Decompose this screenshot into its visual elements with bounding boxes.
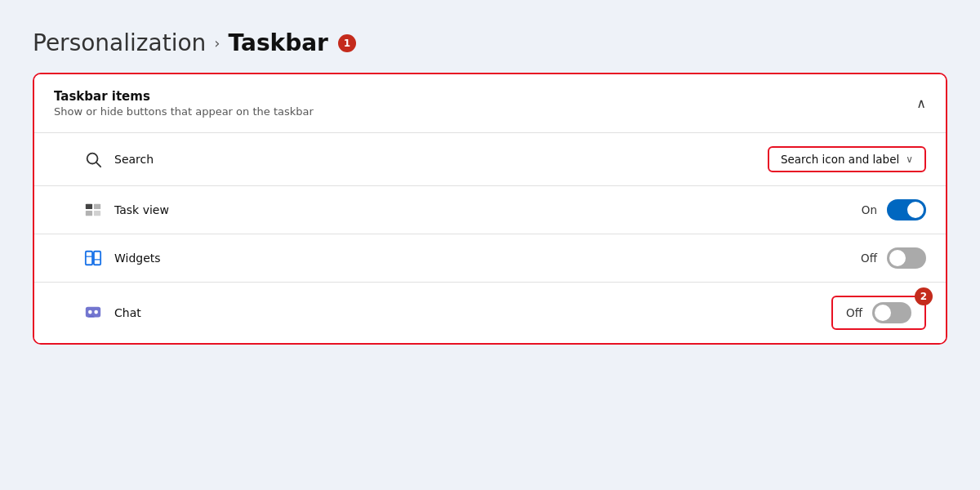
chat-icon <box>83 303 103 323</box>
taskbar-items-header[interactable]: Taskbar items Show or hide buttons that … <box>34 74 946 132</box>
taskbar-items-subtitle: Show or hide buttons that appear on the … <box>54 105 314 118</box>
search-dropdown-value: Search icon and label <box>781 153 899 166</box>
svg-line-1 <box>96 163 100 167</box>
chat-toggle[interactable] <box>872 302 911 323</box>
svg-rect-2 <box>86 204 92 209</box>
chat-label: Chat <box>114 306 141 319</box>
task-view-item-left: Task view <box>83 200 169 220</box>
widgets-icon <box>83 248 103 268</box>
task-view-toggle-label: On <box>862 203 877 216</box>
chat-control-group: 2 Off <box>831 296 926 330</box>
chat-toggle-thumb <box>875 305 891 321</box>
breadcrumb: Personalization › Taskbar 1 <box>33 29 947 56</box>
svg-rect-10 <box>86 307 100 318</box>
chat-toggle-label: Off <box>846 306 862 319</box>
svg-rect-5 <box>94 211 100 216</box>
svg-rect-4 <box>86 211 92 216</box>
task-view-toggle-thumb <box>907 202 924 218</box>
chat-row: Chat 2 Off <box>34 282 946 343</box>
svg-rect-6 <box>86 252 92 265</box>
svg-rect-7 <box>94 252 100 265</box>
search-row: Search Search icon and label ∨ <box>34 132 946 185</box>
chat-item-left: Chat <box>83 303 141 323</box>
breadcrumb-parent[interactable]: Personalization <box>33 29 206 56</box>
taskbar-items-section: Taskbar items Show or hide buttons that … <box>33 73 947 345</box>
search-control-group: Search icon and label ∨ <box>768 146 926 172</box>
search-label: Search <box>114 153 154 166</box>
annotation-badge-1: 1 <box>338 34 356 52</box>
settings-page: Personalization › Taskbar 1 Taskbar item… <box>0 0 980 490</box>
taskbar-items-text-group: Taskbar items Show or hide buttons that … <box>54 89 314 118</box>
breadcrumb-current: Taskbar <box>229 29 328 56</box>
search-dropdown[interactable]: Search icon and label ∨ <box>768 146 926 172</box>
task-view-toggle[interactable] <box>887 199 926 220</box>
widgets-toggle-label: Off <box>861 252 877 265</box>
svg-point-11 <box>88 310 92 314</box>
search-item-left: Search <box>83 149 154 169</box>
widgets-toggle[interactable] <box>887 247 926 269</box>
dropdown-arrow-icon: ∨ <box>906 154 913 165</box>
task-view-icon <box>83 200 103 220</box>
annotation-badge-2: 2 <box>915 287 933 305</box>
chat-toggle-box: 2 Off <box>831 296 926 330</box>
taskbar-items-list: Search Search icon and label ∨ <box>34 132 946 343</box>
task-view-row: Task view On <box>34 185 946 234</box>
widgets-item-left: Widgets <box>83 248 161 268</box>
task-view-label: Task view <box>114 203 169 216</box>
widgets-toggle-thumb <box>889 250 906 266</box>
collapse-chevron-icon[interactable]: ∧ <box>916 96 926 111</box>
widgets-control-group: Off <box>861 247 926 269</box>
svg-rect-3 <box>94 204 100 209</box>
task-view-control-group: On <box>862 199 926 220</box>
taskbar-items-title: Taskbar items <box>54 89 314 104</box>
svg-point-12 <box>94 310 98 314</box>
breadcrumb-arrow: › <box>214 34 220 51</box>
search-icon <box>83 149 103 169</box>
widgets-label: Widgets <box>114 252 161 265</box>
widgets-row: Widgets Off <box>34 234 946 282</box>
